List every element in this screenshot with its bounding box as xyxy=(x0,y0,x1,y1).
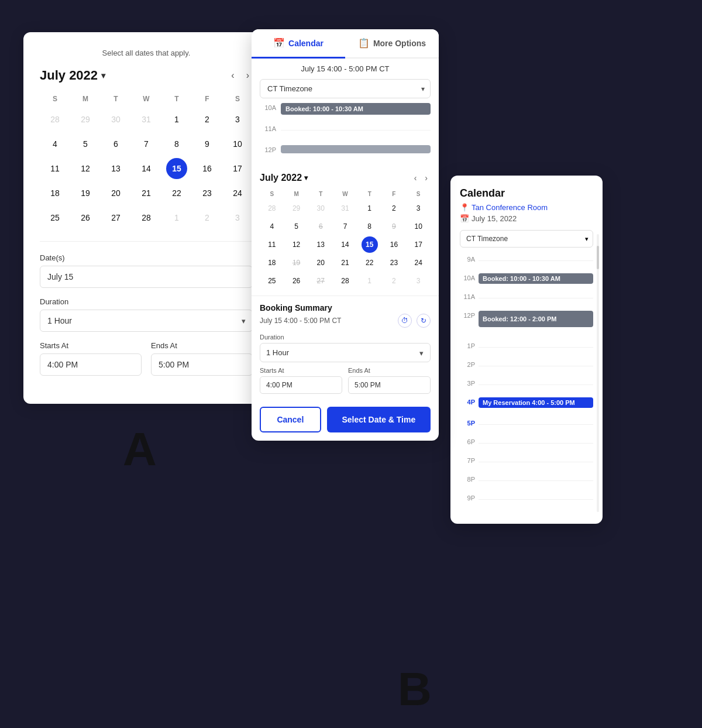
small-calendar-day-3[interactable]: 3 xyxy=(410,200,426,217)
calendar-day-30[interactable]: 30 xyxy=(105,109,126,130)
small-calendar-day-14[interactable]: 14 xyxy=(337,236,353,253)
calendar-day-22[interactable]: 22 xyxy=(166,183,187,204)
small-calendar-day-3[interactable]: 3 xyxy=(410,273,426,289)
calendar-day-8[interactable]: 8 xyxy=(166,133,187,154)
small-calendar-day-24[interactable]: 24 xyxy=(410,255,426,271)
small-calendar-day-6[interactable]: 6 xyxy=(312,218,329,235)
calendar-day-3[interactable]: 3 xyxy=(227,109,248,130)
small-calendar-day-2[interactable]: 2 xyxy=(386,200,402,217)
calendar-day-21[interactable]: 21 xyxy=(136,183,157,204)
calendar-day-15[interactable]: 15 xyxy=(166,158,187,179)
timezone-select[interactable]: CT Timezone ET Timezone PT Timezone xyxy=(260,79,431,98)
calendar-day-23[interactable]: 23 xyxy=(197,183,218,204)
calendar-day-28[interactable]: 28 xyxy=(44,109,66,130)
small-calendar-day-29[interactable]: 29 xyxy=(288,200,305,217)
small-calendar-day-22[interactable]: 22 xyxy=(362,255,378,271)
starts-at-input[interactable] xyxy=(40,353,142,376)
c-booked-10a: Booked: 10:00 - 10:30 AM xyxy=(479,273,593,284)
calendar-day-28[interactable]: 28 xyxy=(136,207,157,228)
inner-prev-month-button[interactable]: ‹ xyxy=(411,172,420,184)
small-calendar-day-11[interactable]: 11 xyxy=(264,236,280,253)
small-calendar-day-20[interactable]: 20 xyxy=(312,255,329,271)
small-calendar-day-23[interactable]: 23 xyxy=(386,255,402,271)
calendar-day-26[interactable]: 26 xyxy=(75,207,96,228)
pb-starts-input[interactable] xyxy=(260,376,342,394)
calendar-day-31[interactable]: 31 xyxy=(136,109,157,130)
calendar-day-27[interactable]: 27 xyxy=(105,207,126,228)
small-calendar-day-18[interactable]: 18 xyxy=(264,255,280,271)
calendar-day-6[interactable]: 6 xyxy=(105,133,126,154)
small-calendar-day-17[interactable]: 17 xyxy=(410,236,426,253)
small-calendar-day-27[interactable]: 27 xyxy=(312,273,329,289)
clock-icon[interactable]: ⏱ xyxy=(398,314,412,328)
small-calendar-day-2[interactable]: 2 xyxy=(386,273,402,289)
refresh-icon[interactable]: ↻ xyxy=(417,314,431,328)
small-calendar-day-1[interactable]: 1 xyxy=(362,200,378,217)
calendar-day-1[interactable]: 1 xyxy=(166,207,187,228)
small-calendar-day-16[interactable]: 16 xyxy=(386,236,402,253)
small-calendar-day-4[interactable]: 4 xyxy=(264,218,280,235)
pb-duration-label: Duration xyxy=(260,334,431,341)
small-calendar-day-30[interactable]: 30 xyxy=(312,200,329,217)
small-calendar-day-9[interactable]: 9 xyxy=(386,218,402,235)
inner-next-month-button[interactable]: › xyxy=(422,172,431,184)
calendar-day-12[interactable]: 12 xyxy=(75,158,96,179)
calendar-day-14[interactable]: 14 xyxy=(136,158,157,179)
calendar-day-4[interactable]: 4 xyxy=(44,133,66,154)
small-calendar-day-25[interactable]: 25 xyxy=(264,273,280,289)
calendar-day-13[interactable]: 13 xyxy=(105,158,126,179)
tab-more-options[interactable]: 📋 More Options xyxy=(345,29,439,59)
small-calendar-day-28[interactable]: 28 xyxy=(337,273,353,289)
calendar-day-2[interactable]: 2 xyxy=(197,207,218,228)
day-header-s: S xyxy=(40,92,70,105)
calendar-day-11[interactable]: 11 xyxy=(44,158,66,179)
calendar-day-5[interactable]: 5 xyxy=(75,133,96,154)
calendar-day-19[interactable]: 19 xyxy=(75,183,96,204)
calendar-day-3[interactable]: 3 xyxy=(227,207,248,228)
calendar-day-24[interactable]: 24 xyxy=(227,183,248,204)
small-calendar-day-5[interactable]: 5 xyxy=(288,218,305,235)
calendar-day-16[interactable]: 16 xyxy=(197,158,218,179)
small-calendar-day-28[interactable]: 28 xyxy=(264,200,280,217)
cancel-button[interactable]: Cancel xyxy=(260,407,321,432)
c-row-11a: 11A xyxy=(460,292,593,311)
small-calendar-day-15[interactable]: 15 xyxy=(362,236,378,253)
calendar-day-29[interactable]: 29 xyxy=(75,109,96,130)
calendar-day-20[interactable]: 20 xyxy=(105,183,126,204)
small-calendar-day-26[interactable]: 26 xyxy=(288,273,305,289)
tab-calendar[interactable]: 📅 Calendar xyxy=(252,29,345,59)
prev-month-button[interactable]: ‹ xyxy=(228,69,238,82)
small-calendar-day-31[interactable]: 31 xyxy=(337,200,353,217)
instruction-text: Select all dates that apply. xyxy=(40,49,253,57)
small-calendar-day-12[interactable]: 12 xyxy=(288,236,305,253)
calendar-day-9[interactable]: 9 xyxy=(197,133,218,154)
dates-input[interactable] xyxy=(40,266,253,288)
small-calendar-day-7[interactable]: 7 xyxy=(337,218,353,235)
small-calendar-day-1[interactable]: 1 xyxy=(362,273,378,289)
day-headers: S M T W T F S xyxy=(40,92,253,105)
panel-c-timezone-select[interactable]: CT Timezone ET Timezone xyxy=(460,230,593,248)
calendar-day-2[interactable]: 2 xyxy=(197,109,218,130)
calendar-day-1[interactable]: 1 xyxy=(166,109,187,130)
ends-at-input[interactable] xyxy=(151,353,253,376)
small-calendar-day-21[interactable]: 21 xyxy=(337,255,353,271)
ends-at-group: Ends At xyxy=(151,341,253,376)
calendar-day-7[interactable]: 7 xyxy=(136,133,157,154)
pb-duration-select[interactable]: 1 Hour 30 Minutes 2 Hours xyxy=(260,343,431,362)
small-calendar-day-13[interactable]: 13 xyxy=(312,236,329,253)
calendar-day-17[interactable]: 17 xyxy=(227,158,248,179)
chevron-down-icon[interactable]: ▾ xyxy=(101,71,105,80)
small-calendar-day-19[interactable]: 19 xyxy=(288,255,305,271)
calendar-day-18[interactable]: 18 xyxy=(44,183,66,204)
duration-select[interactable]: 1 Hour 30 Minutes 2 Hours xyxy=(40,310,253,332)
pb-ends-input[interactable] xyxy=(348,376,431,394)
small-calendar-day-8[interactable]: 8 xyxy=(362,218,378,235)
chevron-down-icon[interactable]: ▾ xyxy=(304,174,308,182)
calendar-day-10[interactable]: 10 xyxy=(227,133,248,154)
select-date-time-button[interactable]: Select Date & Time xyxy=(327,407,431,432)
day-header-m: M xyxy=(70,92,101,105)
panel-c-room: 📍 Tan Conference Room xyxy=(460,203,593,212)
calendar-day-25[interactable]: 25 xyxy=(44,207,66,228)
scrollbar-thumb[interactable] xyxy=(597,246,599,269)
small-calendar-day-10[interactable]: 10 xyxy=(410,218,426,235)
